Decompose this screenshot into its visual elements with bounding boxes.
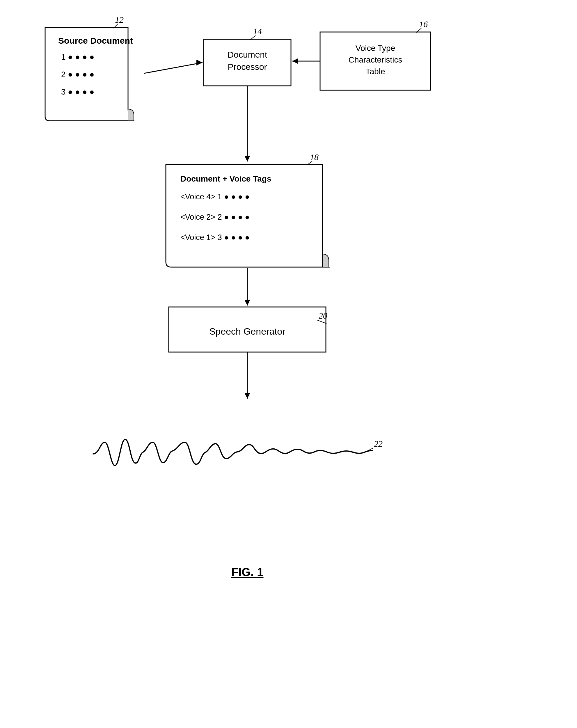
ref-20: 20 [319,311,327,320]
doc-processor-label2: Processor [228,62,267,72]
arrow-src-to-proc [196,60,203,66]
source-doc-line3: 3 ● ● ● ● [61,87,94,96]
ref-12: 12 [115,15,124,24]
ref-18: 18 [310,152,319,162]
arrow-gen-to-wave [244,393,250,399]
voice-tags-node: 18 Document + Voice Tags <Voice 4> 1 ● ●… [166,152,329,267]
ref-16: 16 [419,19,428,29]
ref-22: 22 [374,439,383,448]
waveform-node: 22 [93,439,383,466]
source-document-node: 12 Source Document 1 ● ● ● ● 2 ● ● ● ● 3… [45,15,134,121]
doc-processor-label1: Document [228,50,267,59]
voice-table-label1: Voice Type [356,44,395,53]
doc-processor-node: Document Processor 14 [204,26,291,86]
source-doc-title: Source Document [58,36,133,45]
source-doc-line1: 1 ● ● ● ● [61,52,94,61]
voice-tags-line2: <Voice 2> 2 ● ● ● ● [180,213,250,222]
voice-tags-title: Document + Voice Tags [180,174,271,183]
figure-label: FIG. 1 [231,566,263,578]
source-doc-line2: 2 ● ● ● ● [61,70,94,79]
speech-gen-label: Speech Generator [209,326,285,337]
voice-table-label3: Table [366,67,385,76]
arrow-proc-to-tags [244,156,250,161]
voice-tags-line1: <Voice 4> 1 ● ● ● ● [180,192,250,201]
ref-14: 14 [253,26,262,36]
voice-table-node: Voice Type Characteristics Table 16 [320,19,431,90]
speech-gen-node: Speech Generator 20 [169,307,327,352]
arrow-table-to-proc [292,58,298,64]
svg-line-5 [144,62,203,73]
voice-table-label2: Characteristics [348,55,402,64]
diagram-container: 12 Source Document 1 ● ● ● ● 2 ● ● ● ● 3… [0,0,577,728]
arrow-tags-to-gen [244,300,250,306]
voice-tags-line3: <Voice 1> 3 ● ● ● ● [180,233,250,242]
